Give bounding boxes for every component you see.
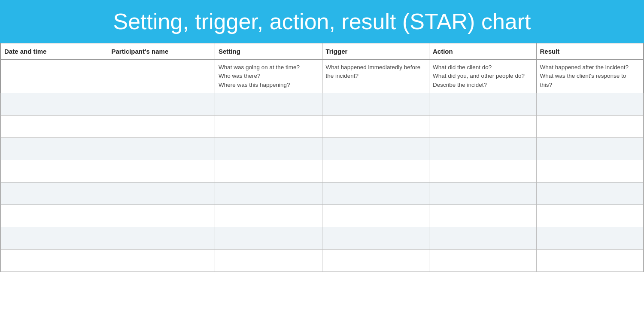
table-cell	[429, 93, 537, 115]
table-cell	[322, 160, 429, 182]
table-cell	[108, 137, 215, 160]
table-header-row: Date and time Participant's name Setting…	[1, 43, 644, 60]
table-cell	[322, 249, 429, 271]
table-row	[1, 182, 644, 204]
hint-result: What happened after the incident? What w…	[536, 60, 644, 93]
table-cell	[536, 115, 644, 137]
hint-trigger-line1: What happened immediatedly before the in…	[326, 64, 421, 79]
table-cell	[215, 182, 322, 204]
table-cell	[322, 137, 429, 160]
table-cell	[215, 160, 322, 182]
hint-action: What did the client do? What did you, an…	[429, 60, 537, 93]
hint-action-line2: What did you, and other people do?	[433, 73, 525, 79]
page-title: Setting, trigger, action, result (STAR) …	[13, 9, 631, 34]
col-header-date-time: Date and time	[1, 43, 108, 60]
table-cell	[1, 115, 108, 137]
table-cell	[536, 160, 644, 182]
table-cell	[322, 182, 429, 204]
hint-participant-name	[108, 60, 215, 93]
col-header-action: Action	[429, 43, 537, 60]
col-header-result: Result	[536, 43, 644, 60]
table-row	[1, 227, 644, 249]
table-cell	[215, 137, 322, 160]
table-cell	[536, 182, 644, 204]
hint-setting: What was going on at the time? Who was t…	[215, 60, 322, 93]
table-cell	[536, 137, 644, 160]
table-cell	[1, 93, 108, 115]
table-row	[1, 204, 644, 227]
table-cell	[536, 93, 644, 115]
table-cell	[429, 182, 537, 204]
hint-action-line3: Describe the incidet?	[433, 82, 487, 88]
table-cell	[322, 115, 429, 137]
table-cell	[1, 160, 108, 182]
table-cell	[536, 249, 644, 271]
hint-date-time	[1, 60, 108, 93]
hint-result-line1: What happened after the incident?	[540, 64, 629, 70]
table-cell	[108, 160, 215, 182]
hint-setting-line2: Who was there?	[219, 73, 261, 79]
table-cell	[1, 249, 108, 271]
table-cell	[536, 204, 644, 227]
table-cell	[429, 160, 537, 182]
table-cell	[108, 93, 215, 115]
table-cell	[429, 227, 537, 249]
table-row	[1, 115, 644, 137]
table-cell	[429, 137, 537, 160]
table-row	[1, 160, 644, 182]
table-cell	[429, 115, 537, 137]
col-header-participant-name: Participant's name	[108, 43, 215, 60]
table-cell	[108, 115, 215, 137]
table-cell	[1, 137, 108, 160]
table-row	[1, 137, 644, 160]
table-cell	[108, 249, 215, 271]
table-cell	[1, 182, 108, 204]
table-cell	[215, 227, 322, 249]
table-container: Date and time Participant's name Setting…	[0, 43, 644, 272]
hint-setting-line3: Where was this happening?	[219, 82, 290, 88]
table-cell	[215, 249, 322, 271]
table-row	[1, 93, 644, 115]
table-row	[1, 249, 644, 271]
hint-action-line1: What did the client do?	[433, 64, 492, 70]
table-cell	[108, 182, 215, 204]
col-header-trigger: Trigger	[322, 43, 429, 60]
table-cell	[215, 204, 322, 227]
table-cell	[322, 204, 429, 227]
hint-result-line2: What was the client's response to this?	[540, 73, 626, 88]
table-cell	[1, 227, 108, 249]
table-cell	[429, 249, 537, 271]
page-header: Setting, trigger, action, result (STAR) …	[0, 0, 644, 43]
table-cell	[429, 204, 537, 227]
table-cell	[322, 227, 429, 249]
table-cell	[1, 204, 108, 227]
table-cell	[215, 115, 322, 137]
hint-setting-line1: What was going on at the time?	[219, 64, 300, 70]
col-header-setting: Setting	[215, 43, 322, 60]
table-cell	[108, 227, 215, 249]
table-cell	[536, 227, 644, 249]
hint-row: What was going on at the time? Who was t…	[1, 60, 644, 93]
star-table: Date and time Participant's name Setting…	[0, 43, 644, 272]
table-cell	[322, 93, 429, 115]
table-cell	[215, 93, 322, 115]
table-cell	[108, 204, 215, 227]
hint-trigger: What happened immediatedly before the in…	[322, 60, 429, 93]
